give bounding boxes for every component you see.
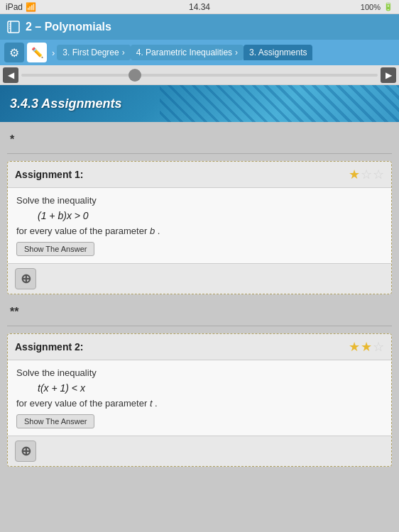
breadcrumb-arrow-1: ›	[122, 48, 125, 57]
assignment-stars-2: ★ ★ ☆	[349, 339, 384, 355]
section-header: 3.4.3 Assignments	[0, 85, 399, 122]
star-2-2: ★	[361, 339, 372, 355]
assignment-footer-2: ⊕	[8, 436, 391, 466]
status-bar-left: iPad 📶	[6, 2, 36, 12]
status-bar-time: 14.34	[189, 2, 210, 12]
assignment-title-2: Assignment 2:	[15, 341, 83, 353]
title-bar: 2 – Polynomials	[0, 14, 399, 40]
wifi-icon: 📶	[26, 2, 36, 12]
difficulty-level-1: *	[7, 129, 392, 150]
assignment-header-1: Assignment 1: ★ ☆ ☆	[8, 162, 391, 188]
breadcrumb-assignments-label: 3. Assignments	[249, 48, 307, 57]
slider-next-button[interactable]: ▶	[381, 67, 396, 83]
add-icon-1: ⊕	[21, 271, 31, 287]
nav-bar: ⚙ ✏️ › 3. First Degree › 4. Parametric I…	[0, 40, 399, 65]
assignment-equation-2: t(x + 1) < x	[38, 382, 383, 394]
difficulty-stars-1: *	[10, 133, 14, 145]
battery-percent: 100%	[361, 3, 381, 11]
settings-button[interactable]: ⚙	[4, 43, 24, 62]
assignment-footer-1: ⊕	[8, 263, 391, 294]
divider-2	[7, 326, 392, 326]
pencil-button[interactable]: ✏️	[27, 43, 47, 62]
assignment-param-2: for every value of the parameter t .	[16, 398, 383, 409]
add-note-button-1[interactable]: ⊕	[15, 268, 36, 289]
slider-track[interactable]	[21, 74, 378, 77]
assignment-card-1: Assignment 1: ★ ☆ ☆ Solve the inequality…	[7, 161, 392, 294]
breadcrumb-parametric[interactable]: 4. Parametric Inequalities ›	[131, 45, 244, 60]
assignment-param-1: for every value of the parameter b .	[16, 226, 383, 236]
assignment-stars-1: ★ ☆ ☆	[349, 167, 384, 182]
content-area: 3.4.3 Assignments * Assignment 1: ★ ☆ ☆ …	[0, 85, 399, 532]
book-icon	[7, 21, 20, 33]
assignment-body-1: Solve the inequality (1 + b)x > 0 for ev…	[8, 188, 391, 263]
nav-arrow-1: ›	[52, 48, 55, 58]
assignment-instruction-1: Solve the inequality	[16, 195, 383, 206]
assignment-card-2: Assignment 2: ★ ★ ☆ Solve the inequality…	[7, 333, 392, 467]
difficulty-level-2: **	[7, 301, 392, 323]
content-inner: * Assignment 1: ★ ☆ ☆ Solve the inequali…	[0, 122, 399, 481]
assignment-equation-1: (1 + b)x > 0	[38, 210, 383, 221]
page-title: 2 – Polynomials	[26, 21, 111, 33]
divider-1	[7, 153, 392, 154]
star-1-1: ★	[349, 167, 360, 182]
ipad-label: iPad	[6, 2, 23, 12]
add-note-button-2[interactable]: ⊕	[15, 440, 36, 462]
assignment-header-2: Assignment 2: ★ ★ ☆	[8, 334, 391, 360]
assignment-body-2: Solve the inequality t(x + 1) < x for ev…	[8, 360, 391, 436]
add-icon-2: ⊕	[21, 443, 31, 459]
star-2-1: ★	[349, 339, 360, 355]
slider-prev-button[interactable]: ◀	[3, 67, 18, 83]
star-2-3: ☆	[373, 339, 384, 355]
difficulty-stars-2: **	[10, 306, 18, 318]
status-bar: iPad 📶 14.34 100% 🔋	[0, 0, 399, 14]
battery-icon: 🔋	[383, 2, 393, 11]
show-answer-button-1[interactable]: Show The Answer	[16, 242, 94, 256]
breadcrumb-parametric-label: 4. Parametric Inequalities	[136, 48, 232, 57]
breadcrumb-assignments[interactable]: 3. Assignments	[244, 45, 312, 60]
breadcrumb-arrow-2: ›	[235, 48, 238, 57]
assignment-instruction-2: Solve the inequality	[16, 367, 383, 378]
section-header-title: 3.4.3 Assignments	[10, 96, 121, 111]
star-1-2: ☆	[361, 167, 372, 182]
show-answer-button-2[interactable]: Show The Answer	[16, 414, 94, 428]
status-bar-right: 100% 🔋	[361, 2, 393, 11]
star-1-3: ☆	[373, 167, 384, 182]
slider-thumb[interactable]	[129, 69, 141, 82]
slider-bar: ◀ ▶	[0, 65, 399, 85]
assignment-title-1: Assignment 1:	[15, 169, 83, 180]
breadcrumb-first-degree[interactable]: 3. First Degree ›	[57, 45, 130, 60]
breadcrumb-first-degree-label: 3. First Degree	[62, 48, 119, 57]
svg-rect-0	[8, 21, 19, 33]
